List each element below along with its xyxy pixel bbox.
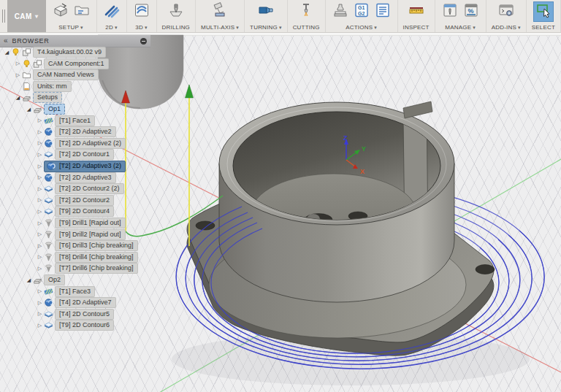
toolbar-group-label-actions[interactable]: ACTIONS▾ <box>346 24 377 31</box>
tree-item-label: [T2] 2D Adaptive3 (2) <box>59 161 121 170</box>
collapsed-arrow-icon[interactable]: ▷ <box>36 231 44 237</box>
tool-library-icon <box>441 1 459 22</box>
group-label-text: DRILLING <box>162 24 191 31</box>
setup-sheet-button[interactable] <box>373 2 392 21</box>
browser-tree-row[interactable]: ▷[T2] 2D Adaptive2 <box>36 126 116 137</box>
collapsed-arrow-icon[interactable]: ▷ <box>36 164 44 169</box>
toolbar-group-label-cutting[interactable]: CUTTING <box>293 24 320 31</box>
toolbar-group-inspect: INSPECT <box>398 0 435 32</box>
post-process-button[interactable] <box>331 2 350 21</box>
browser-tree-row[interactable]: ▷[T2] 2D Adaptive2 (2) <box>36 138 126 149</box>
browser-tree-row[interactable]: Units: mm <box>14 81 72 92</box>
toolbar-group-label-3d[interactable]: 3D▾ <box>135 24 147 31</box>
workspace-switcher[interactable]: CAM ▾ <box>7 0 46 32</box>
browser-tree-row[interactable]: ▷[T2] 2D Contour2 <box>36 195 114 206</box>
expanded-arrow-icon[interactable]: ◢ <box>25 107 33 112</box>
toolbar-group-label-manage[interactable]: MANAGE▾ <box>445 24 476 31</box>
group-label-text: INSPECT <box>403 24 430 31</box>
toolbar-group-label-turning[interactable]: TURNING▾ <box>250 24 282 31</box>
browser-tree-row[interactable]: ▷[T2] 2D Adaptive3 <box>36 172 116 183</box>
browser-tree-row[interactable]: ▷[T2] 2D Adaptive3 (2) <box>36 161 126 172</box>
collapsed-arrow-icon[interactable]: ▷ <box>36 209 44 215</box>
browser-tree-row[interactable]: ▷[T2] 2D Contour1 <box>36 149 114 160</box>
browser-tree-row[interactable]: ▷CAM Component:1 <box>14 58 109 69</box>
inspect-ruler-button[interactable] <box>407 2 426 21</box>
tool-library-button[interactable] <box>440 2 459 21</box>
cutting-button[interactable] <box>297 2 316 21</box>
browser-tree-row[interactable]: ◢T4.kaigukast.00.02 v9 <box>3 47 106 58</box>
group-label-text: ADD-INS <box>492 24 516 31</box>
collapsed-arrow-icon[interactable]: ▷ <box>36 254 44 260</box>
toolbar-group-label-multi-axis[interactable]: MULTI-AXIS▾ <box>201 24 239 31</box>
selected-tree-item[interactable]: [T2] 2D Adaptive3 (2) <box>44 161 126 172</box>
tree-item-label: [T2] 2D Adaptive3 <box>55 172 116 183</box>
toolbar-group-icons: % <box>440 2 481 21</box>
tree-item-label: [T2] 2D Adaptive2 <box>55 126 116 137</box>
toolbar-group-label-2d[interactable]: 2D▾ <box>105 24 117 31</box>
browser-tree-row[interactable]: ▷[T9] 2D Contour4 <box>36 206 114 217</box>
expanded-arrow-icon[interactable]: ◢ <box>25 277 33 283</box>
browser-tree-row[interactable]: ▷CAM Named Views <box>14 69 99 80</box>
toolbar-group-3d: 3D▾ <box>127 0 157 32</box>
toolbar-group-label-drilling[interactable]: DRILLING <box>162 24 191 31</box>
cad-model[interactable] <box>187 101 495 356</box>
expanded-arrow-icon[interactable]: ◢ <box>3 50 11 55</box>
browser-tree-row[interactable]: ▷[T9] Drill2 [Rapid out] <box>36 229 126 240</box>
add-ins-icon <box>497 1 515 22</box>
browser-tree-row[interactable]: ▷[T9] 2D Contour6 <box>36 320 114 331</box>
feeds-speeds-button[interactable]: % <box>462 2 481 21</box>
browser-tree-row[interactable]: ▷[T1] Face1 <box>36 115 95 126</box>
toolbar-group-label-add-ins[interactable]: ADD-INS▾ <box>492 24 521 31</box>
toolbar: CAM ▾ SETUP▾2D▾3D▾DRILLINGMULTI-AXIS▾TUR… <box>0 0 561 33</box>
collapse-panel-icon[interactable]: « <box>4 37 8 45</box>
drilling-button[interactable] <box>167 2 186 21</box>
collapsed-arrow-icon[interactable]: ▷ <box>36 118 44 123</box>
setup-folder-button[interactable] <box>72 2 91 21</box>
setup-stock-button[interactable] <box>51 2 70 21</box>
toolbar-group-label-inspect[interactable]: INSPECT <box>403 24 430 31</box>
setup-icon <box>22 93 31 102</box>
browser-tree-row[interactable]: ◢Setups <box>14 92 62 103</box>
triad-y-label: Y <box>362 145 366 153</box>
browser-tree-row[interactable]: ▷[T4] 2D Contour5 <box>36 309 114 320</box>
group-label-text: 3D <box>135 24 143 31</box>
collapsed-arrow-icon[interactable]: ▷ <box>36 243 44 249</box>
collapsed-arrow-icon[interactable]: ▷ <box>36 311 44 317</box>
browser-tree-row[interactable]: ▷[T7] Drill6 [Chip breaking] <box>36 263 138 274</box>
collapsed-arrow-icon[interactable]: ▷ <box>36 300 44 306</box>
collapsed-arrow-icon[interactable]: ▷ <box>36 174 44 180</box>
collapsed-arrow-icon[interactable]: ▷ <box>36 220 44 226</box>
collapsed-arrow-icon[interactable]: ▷ <box>36 266 44 272</box>
browser-tree-row[interactable]: ▷[T9] Drill1 [Rapid out] <box>36 218 126 228</box>
browser-tree-row[interactable]: ◢Op2 <box>25 274 65 285</box>
toolbar-group-drilling: DRILLING <box>157 0 196 32</box>
collapsed-arrow-icon[interactable]: ▷ <box>14 72 22 78</box>
toolbar-group-label-setup[interactable]: SETUP▾ <box>58 24 83 31</box>
collapsed-arrow-icon[interactable]: ▷ <box>36 288 44 294</box>
folder-icon <box>22 70 31 80</box>
browser-tree-row[interactable]: ▷[T6] Drill3 [Chip breaking] <box>36 240 138 251</box>
collapsed-arrow-icon[interactable]: ▷ <box>36 152 44 158</box>
toolbar-drag-handle[interactable] <box>0 0 7 32</box>
turning-button[interactable] <box>256 2 275 21</box>
browser-tree-row[interactable]: ▷[T2] 2D Contour2 (2) <box>36 183 124 194</box>
collapsed-arrow-icon[interactable]: ▷ <box>36 140 44 146</box>
g1g2-button[interactable]: G1G2 <box>352 2 371 21</box>
browser-tree-row[interactable]: ▷[T1] Face3 <box>36 286 95 297</box>
collapsed-arrow-icon[interactable]: ▷ <box>14 61 22 66</box>
collapsed-arrow-icon[interactable]: ▷ <box>36 129 44 135</box>
select-cursor-button[interactable] <box>534 2 553 21</box>
browser-tree-row[interactable]: ▷[T8] Drill4 [Chip breaking] <box>36 252 138 263</box>
expanded-arrow-icon[interactable]: ◢ <box>14 95 22 101</box>
browser-tree-row[interactable]: ◢Op1 <box>25 104 65 115</box>
collapsed-arrow-icon[interactable]: ▷ <box>36 197 44 203</box>
toolbar-group-label-select[interactable]: SELECT <box>532 24 555 31</box>
add-ins-button[interactable] <box>497 2 516 21</box>
collapsed-arrow-icon[interactable]: ▷ <box>36 323 44 328</box>
browser-tree-row[interactable]: ▷[T4] 2D Adaptive7 <box>36 297 116 308</box>
milling-3d-button[interactable] <box>132 2 151 21</box>
milling-2d-button[interactable] <box>102 2 121 21</box>
panel-options-icon[interactable] <box>140 38 147 45</box>
multi-axis-button[interactable] <box>210 2 229 21</box>
collapsed-arrow-icon[interactable]: ▷ <box>36 186 44 192</box>
